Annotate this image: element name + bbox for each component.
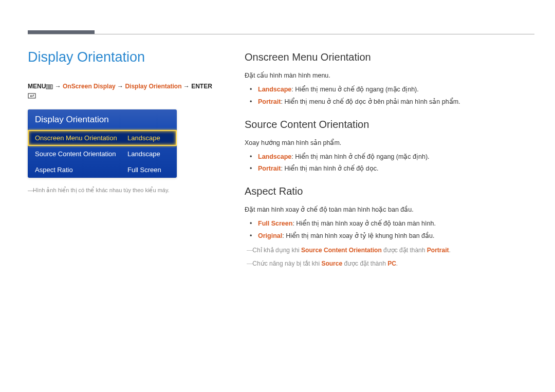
term: Full Screen — [258, 220, 292, 227]
desc: : Hiển thị màn hình ở chế độ dọc. — [281, 165, 378, 172]
footnote: Chức năng này bị tắt khi Source được đặt… — [245, 258, 534, 270]
osd-row-aspect-ratio[interactable]: Aspect Ratio Full Screen — [28, 162, 177, 178]
page-content: Display Orientation MENU → OnScreen Disp… — [28, 49, 534, 270]
term: Original — [258, 232, 282, 239]
osd-row-label: Onscreen Menu Orientation — [35, 134, 123, 142]
right-column: Onscreen Menu Orientation Đặt cấu hình m… — [245, 49, 534, 270]
list-item: Full Screen: Hiển thị màn hình xoay ở ch… — [250, 218, 534, 230]
breadcrumb-arrow-2: → — [117, 83, 125, 90]
note-term: Source — [321, 260, 342, 267]
term: Portrait — [258, 98, 281, 105]
osd-row-value: Full Screen — [123, 166, 170, 174]
header-accent — [28, 30, 95, 34]
section-heading-onscreen-menu: Onscreen Menu Orientation — [245, 51, 534, 63]
menu-icon — [46, 84, 53, 89]
left-column: Display Orientation MENU → OnScreen Disp… — [28, 49, 218, 270]
list-item: Original: Hiển thị màn hình xoay ở tỷ lệ… — [250, 230, 534, 242]
left-footnote: Hình ảnh hiển thị có thể khác nhau tùy t… — [28, 186, 218, 195]
breadcrumb-path1: OnScreen Display — [63, 83, 116, 90]
osd-row-label: Aspect Ratio — [35, 166, 123, 174]
breadcrumb-menu: MENU — [28, 83, 46, 90]
list-item: Portrait: Hiển thị màn hình ở chế độ dọc… — [250, 163, 534, 175]
section-heading-aspect-ratio: Aspect Ratio — [245, 185, 534, 197]
page-title: Display Orientation — [28, 49, 218, 65]
term: Landscape — [258, 153, 291, 160]
note-pre: Chỉ khả dụng khi — [252, 247, 301, 254]
list-item: Landscape: Hiển thị màn hình ở chế độ ng… — [250, 151, 534, 163]
note-post: . — [396, 260, 398, 267]
osd-panel-title: Display Orientation — [28, 109, 177, 130]
term: Portrait — [258, 165, 281, 172]
section-heading-source-content: Source Content Orientation — [245, 119, 534, 130]
header-rule — [28, 34, 534, 34]
bullet-list: Landscape: Hiển thị menu ở chế độ ngang … — [250, 84, 534, 108]
osd-row-source-content[interactable]: Source Content Orientation Landscape — [28, 146, 177, 162]
osd-row-value: Landscape — [123, 134, 170, 142]
breadcrumb-path2: Display Orientation — [125, 83, 181, 90]
desc: : Hiển thị menu ở chế độ ngang (mặc định… — [291, 86, 418, 93]
desc: : Hiển thị màn hình ở chế độ ngang (mặc … — [291, 153, 429, 160]
breadcrumb: MENU → OnScreen Display → Display Orient… — [28, 82, 218, 100]
osd-row-value: Landscape — [123, 150, 170, 158]
breadcrumb-enter: ENTER — [191, 83, 212, 90]
osd-panel: Display Orientation Onscreen Menu Orient… — [28, 109, 177, 178]
section-intro: Đặt màn hình xoay ở chế độ toàn màn hình… — [245, 204, 534, 215]
breadcrumb-arrow-3: → — [183, 83, 191, 90]
osd-row-label: Source Content Orientation — [35, 150, 123, 158]
bullet-list: Full Screen: Hiển thị màn hình xoay ở ch… — [250, 218, 534, 242]
note-pre: Chức năng này bị tắt khi — [252, 260, 321, 267]
desc: : Hiển thị màn hình xoay ở tỷ lệ khung h… — [282, 232, 434, 239]
breadcrumb-arrow-1: → — [55, 83, 63, 90]
bullet-list: Landscape: Hiển thị màn hình ở chế độ ng… — [250, 151, 534, 176]
note-term: Source Content Orientation — [301, 247, 382, 254]
term: Landscape — [258, 86, 291, 93]
note-term: Portrait — [427, 247, 449, 254]
section-intro: Xoay hướng màn hình sản phẩm. — [245, 138, 534, 148]
osd-row-onscreen-menu[interactable]: Onscreen Menu Orientation Landscape — [28, 130, 177, 146]
enter-icon — [28, 93, 36, 99]
note-mid: được đặt thành — [342, 260, 387, 267]
note-post: . — [449, 247, 450, 254]
note-mid: được đặt thành — [382, 247, 427, 254]
note-term: PC — [387, 260, 396, 267]
desc: : Hiển thị màn hình xoay ở chế độ toàn m… — [292, 220, 436, 227]
desc: : Hiển thị menu ở chế độ dọc ở bên phải … — [281, 98, 460, 105]
footnote: Chỉ khả dụng khi Source Content Orientat… — [245, 245, 534, 256]
list-item: Portrait: Hiển thị menu ở chế độ dọc ở b… — [250, 96, 534, 108]
list-item: Landscape: Hiển thị menu ở chế độ ngang … — [250, 84, 534, 96]
section-intro: Đặt cấu hình màn hình menu. — [245, 70, 534, 81]
